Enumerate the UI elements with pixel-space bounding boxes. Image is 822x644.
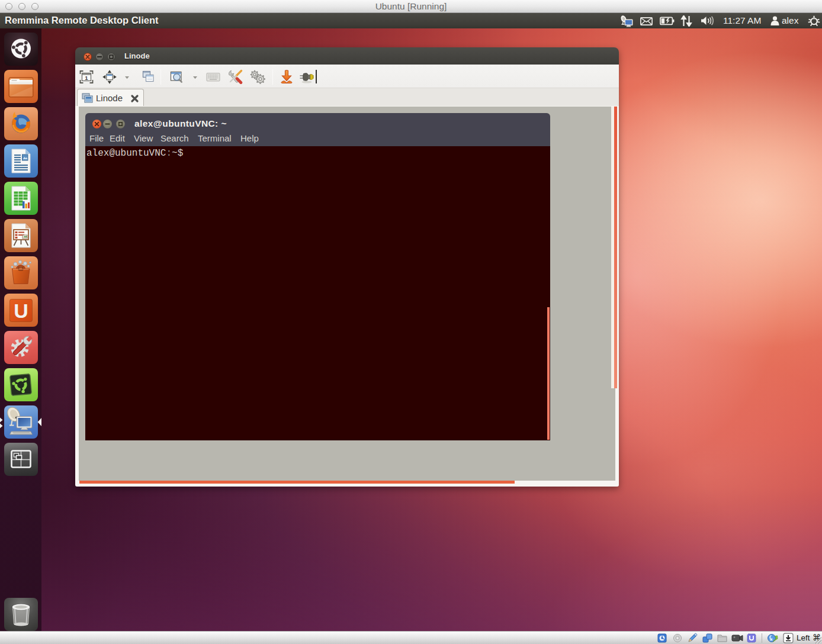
- svg-text:U: U: [14, 300, 28, 322]
- svg-text:1: 1: [85, 75, 88, 81]
